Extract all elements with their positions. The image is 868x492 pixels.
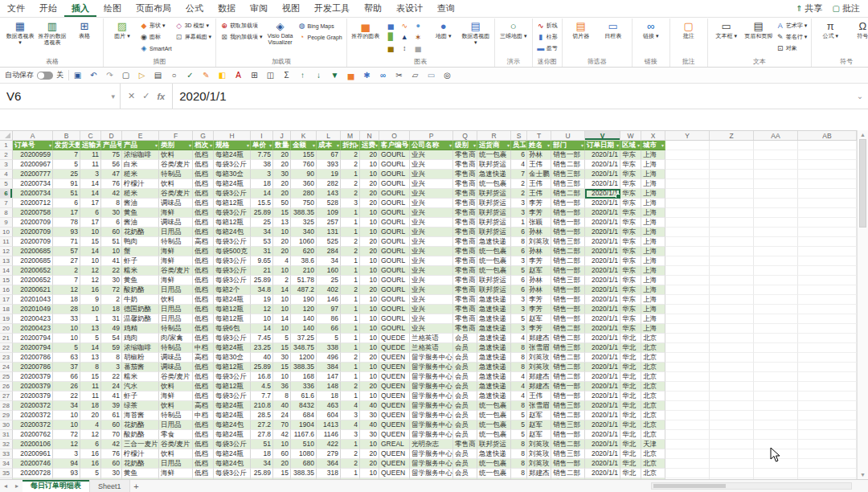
table-header-cell[interactable]: 员工号▾ — [511, 141, 527, 150]
row-header-24[interactable]: 24 — [0, 363, 13, 372]
cell[interactable]: 6 — [53, 199, 80, 208]
table-header-cell[interactable]: 公司名称▾ — [410, 141, 453, 150]
empty-cell[interactable] — [665, 343, 710, 353]
cell[interactable]: 47 — [101, 170, 122, 179]
cell[interactable]: 华北 — [620, 372, 641, 382]
cell[interactable]: 零售商 — [453, 228, 477, 237]
cell[interactable]: 上海 — [641, 295, 665, 305]
cell[interactable]: 汽水 — [122, 382, 159, 392]
row-header-34[interactable]: 34 — [0, 459, 13, 469]
cell[interactable]: 10 — [360, 170, 379, 179]
cell[interactable]: 北京 — [641, 382, 665, 392]
cell[interactable]: 低档 — [193, 160, 214, 170]
cell[interactable]: 联邦货运 — [477, 285, 511, 295]
cell[interactable]: 零售商 — [453, 266, 477, 276]
column-header-Z[interactable]: Z — [710, 131, 754, 140]
cell[interactable]: 零售商 — [453, 440, 477, 449]
scroll-up-icon[interactable]: ▲ — [860, 132, 866, 137]
cell[interactable]: 业兴 — [410, 324, 453, 334]
empty-cell[interactable] — [665, 334, 710, 343]
cell[interactable]: 14 — [273, 314, 291, 324]
cell[interactable]: 37.25 — [291, 334, 317, 343]
cell[interactable]: 10 — [360, 276, 379, 285]
cell[interactable]: 留学服务中心 — [410, 353, 453, 363]
ribbon-button-屏幕截图[interactable]: ⊡屏幕截图 ▾ — [174, 31, 213, 43]
cell[interactable]: 20200379 — [13, 382, 53, 392]
spreadsheet-grid[interactable]: ABCDEFGHIJKLMNOPQRSTUVWXYZAAAB1订单号▾发货天数▾… — [0, 130, 857, 479]
empty-cell[interactable] — [710, 382, 754, 392]
cell[interactable]: 8 — [511, 440, 527, 449]
sort-descending-icon[interactable]: ↓ — [313, 68, 324, 83]
histogram-chart-icon[interactable]: ▅ — [384, 43, 398, 55]
cell[interactable]: 2 — [53, 266, 80, 276]
empty-cell[interactable] — [710, 150, 754, 160]
cell[interactable]: 王伟 — [527, 179, 551, 189]
select-all-corner[interactable] — [0, 131, 13, 140]
cell[interactable]: 零售商 — [453, 276, 477, 285]
cell[interactable]: 25.89 — [251, 208, 273, 218]
cell[interactable]: 7.7 — [251, 392, 273, 401]
cell[interactable]: 20 — [80, 411, 101, 420]
undo-icon[interactable]: ↶ — [88, 68, 99, 83]
empty-cell[interactable] — [710, 469, 754, 478]
cell[interactable]: 38.6 — [291, 256, 317, 266]
autosave-toggle[interactable]: 自动保存 关 — [5, 70, 69, 80]
cell[interactable]: 低档 — [193, 276, 214, 285]
cell[interactable]: 每袋3公斤 — [214, 208, 251, 218]
merge-center-icon[interactable]: ◫ — [265, 68, 276, 83]
filter-icon[interactable]: ▾ — [313, 141, 315, 150]
cell[interactable]: 5 — [53, 343, 80, 353]
cell[interactable]: QUEEN — [379, 449, 410, 459]
cell[interactable]: 零售商 — [453, 189, 477, 199]
cell[interactable]: 20200746 — [13, 459, 53, 469]
cell[interactable]: 190 — [291, 295, 317, 305]
cell[interactable]: 上海 — [641, 150, 665, 160]
cell[interactable]: 饮料 — [159, 179, 193, 189]
filter-icon[interactable]: ▾ — [210, 141, 212, 150]
cell[interactable]: 620 — [291, 247, 317, 256]
cell[interactable]: 饮料 — [159, 295, 193, 305]
cell[interactable]: 统一包裹 — [477, 430, 511, 440]
cell[interactable]: 3 — [101, 363, 122, 372]
cell[interactable]: 每袋3公斤 — [214, 440, 251, 449]
cell[interactable]: 每袋3公斤 — [214, 392, 251, 401]
cell[interactable]: 酱油 — [122, 199, 159, 208]
cell[interactable]: 留学服务中心 — [410, 459, 453, 469]
cell[interactable]: 37 — [53, 363, 80, 372]
cell[interactable]: 60 — [101, 459, 122, 469]
cell[interactable]: 3 — [53, 449, 80, 459]
cell[interactable]: 会员 — [453, 382, 477, 392]
cell[interactable]: 华北 — [620, 449, 641, 459]
cell[interactable]: 业兴 — [410, 256, 453, 266]
cell[interactable]: 30 — [360, 411, 379, 420]
cell[interactable]: 低档 — [193, 430, 214, 440]
cell[interactable]: 364 — [317, 459, 341, 469]
vertical-scrollbar[interactable]: ▲ ▼ — [857, 130, 868, 479]
cell[interactable]: 销售三部 — [551, 179, 585, 189]
cell[interactable]: 25 — [317, 276, 341, 285]
cell[interactable]: 20 — [360, 247, 379, 256]
cell[interactable]: 糯米 — [122, 266, 159, 276]
cell[interactable]: 18 — [251, 179, 273, 189]
cell[interactable]: 留学服务中心 — [410, 392, 453, 401]
empty-cell[interactable] — [710, 334, 754, 343]
empty-cell[interactable] — [798, 237, 857, 247]
filter-icon[interactable]: ▾ — [337, 141, 339, 150]
cell[interactable]: 上海 — [641, 237, 665, 247]
area-chart-icon[interactable]: ▲ — [398, 32, 411, 43]
cell[interactable]: 海鲜 — [159, 276, 193, 285]
cell[interactable]: 孙林 — [527, 247, 551, 256]
cell[interactable]: 北京 — [641, 469, 665, 478]
ribbon-tab-页面布局[interactable]: 页面布局 — [129, 0, 178, 17]
cell[interactable]: 统一包裹 — [477, 150, 511, 160]
ribbon-button-推荐的数据透视表[interactable]: ▥推荐的数据透视表 — [36, 18, 68, 46]
cell[interactable]: 牛奶 — [122, 295, 159, 305]
cell[interactable]: 急速快递 — [477, 372, 511, 382]
cell[interactable]: 15.5 — [251, 199, 273, 208]
cell[interactable]: 10 — [360, 440, 379, 449]
cell[interactable]: 168 — [291, 372, 317, 382]
empty-cell[interactable] — [798, 440, 857, 449]
cell[interactable]: 20 — [273, 247, 291, 256]
cell[interactable]: 华东 — [620, 237, 641, 247]
empty-cell[interactable] — [754, 256, 798, 266]
